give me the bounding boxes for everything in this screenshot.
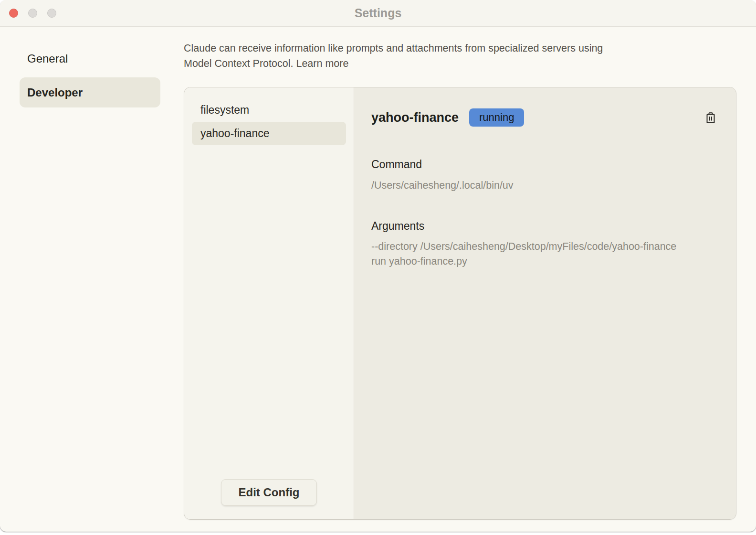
- arguments-label: Arguments: [371, 220, 717, 233]
- titlebar: Settings: [0, 0, 756, 27]
- arguments-value: --directory /Users/caihesheng/Desktop/my…: [371, 239, 677, 269]
- sidebar-item-label: Developer: [27, 86, 83, 99]
- server-item-filesystem[interactable]: filesystem: [192, 99, 346, 121]
- edit-config-button[interactable]: Edit Config: [221, 479, 317, 506]
- server-item-yahoo-finance[interactable]: yahoo-finance: [192, 122, 346, 145]
- trash-icon: [705, 112, 716, 124]
- window-title: Settings: [0, 0, 756, 26]
- list-spacer: [192, 146, 346, 479]
- learn-more-link[interactable]: Learn more: [296, 58, 348, 69]
- server-item-label: filesystem: [200, 104, 249, 116]
- sidebar: General Developer: [20, 45, 160, 107]
- server-name: yahoo-finance: [371, 110, 459, 125]
- server-detail: yahoo-finance running Command /User: [354, 87, 736, 519]
- sidebar-item-general[interactable]: General: [20, 45, 160, 73]
- mcp-description: Claude can receive information like prom…: [184, 41, 632, 71]
- delete-server-button[interactable]: [704, 111, 717, 125]
- status-badge: running: [469, 108, 524, 127]
- server-list: filesystem yahoo-finance Edit Config: [184, 87, 354, 519]
- sidebar-item-developer[interactable]: Developer: [20, 77, 160, 107]
- server-item-label: yahoo-finance: [200, 127, 270, 139]
- command-value: /Users/caihesheng/.local/bin/uv: [371, 178, 717, 193]
- arguments-section: Arguments --directory /Users/caihesheng/…: [371, 220, 717, 269]
- settings-window: Settings General Developer Claude can re…: [0, 0, 756, 532]
- mcp-servers-panel: filesystem yahoo-finance Edit Config yah…: [184, 87, 736, 520]
- sidebar-item-label: General: [27, 52, 68, 65]
- server-detail-header: yahoo-finance running: [371, 108, 717, 127]
- description-text: Claude can receive information like prom…: [184, 43, 603, 69]
- command-section: Command /Users/caihesheng/.local/bin/uv: [371, 158, 717, 193]
- command-label: Command: [371, 158, 717, 171]
